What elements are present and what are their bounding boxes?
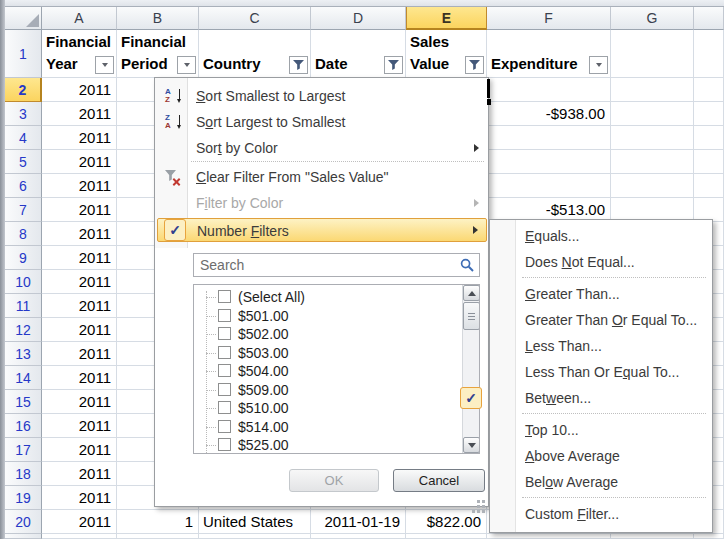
cell-B21[interactable] [117,534,199,539]
search-input[interactable] [194,254,479,276]
menu-item-sort-largest-to-smallest[interactable]: ZASort Largest to Smallest [157,111,487,133]
column-header-f[interactable]: F [487,7,611,30]
filter-value-row[interactable]: (Select All) [194,288,444,306]
header-cell-f1[interactable]: Expenditure [487,30,611,78]
cell-A13[interactable]: 2011 [42,342,117,366]
submenu-item-custom-filter[interactable]: Custom Filter... [491,501,711,527]
cell-F2[interactable] [487,78,611,102]
filter-dropdown-button[interactable] [177,56,196,74]
filter-value-row[interactable]: $514.00 [194,418,444,436]
cell-G21[interactable] [611,534,694,539]
column-header-g[interactable]: G [611,7,694,30]
cell-h2[interactable] [694,78,724,102]
scroll-up-button[interactable] [463,285,480,301]
filter-value-checkbox[interactable] [218,401,231,414]
header-cell-g1[interactable] [611,30,694,78]
cell-A18[interactable]: 2011 [42,462,117,486]
header-cell-a1[interactable]: FinancialYear [42,30,117,78]
filter-dropdown-button[interactable] [589,56,608,74]
row-header-5[interactable]: 5 [5,150,42,174]
filter-value-row[interactable]: $510.00 [194,399,444,417]
cell-A20[interactable]: 2011 [42,510,117,534]
cell-A11[interactable]: 2011 [42,294,117,318]
filter-applied-button[interactable] [465,56,484,74]
listbox-scrollbar[interactable] [462,285,479,453]
submenu-item-less-than[interactable]: Less Than... [491,333,711,359]
cell-A15[interactable]: 2011 [42,390,117,414]
cell-h5[interactable] [694,150,724,174]
filter-applied-button[interactable] [289,56,308,74]
header-cell-b1[interactable]: FinancialPeriod [117,30,199,78]
filter-dropdown-button[interactable] [95,56,114,74]
scrollbar-thumb[interactable] [463,302,480,330]
cell-A6[interactable]: 2011 [42,174,117,198]
fill-handle[interactable] [487,99,491,105]
select-all-corner[interactable] [5,7,42,30]
filter-value-row[interactable]: $525.00 [194,436,444,454]
filter-value-checkbox[interactable] [218,346,231,359]
row-header-16[interactable]: 16 [5,414,42,438]
filter-value-row[interactable]: $504.00 [194,362,444,380]
filter-value-row[interactable]: $503.00 [194,344,444,362]
header-cell-partial[interactable] [694,30,724,78]
submenu-item-equals[interactable]: Equals... [491,223,711,249]
filter-value-checkbox[interactable] [218,290,231,303]
row-header-15[interactable]: 15 [5,390,42,414]
filter-value-row[interactable]: $502.00 [194,325,444,343]
filter-value-row[interactable]: $509.00 [194,381,444,399]
column-header-d[interactable]: D [311,7,406,30]
filter-value-checkbox[interactable] [218,438,231,451]
cell-A12[interactable]: 2011 [42,318,117,342]
row-header-11[interactable]: 11 [5,294,42,318]
cell-G4[interactable] [611,126,694,150]
cell-A5[interactable]: 2011 [42,150,117,174]
row-header-10[interactable]: 10 [5,270,42,294]
row-header-12[interactable]: 12 [5,318,42,342]
filter-value-checkbox[interactable] [218,309,231,322]
cell-A19[interactable]: 2011 [42,486,117,510]
header-cell-c1[interactable]: Country [199,30,311,78]
column-header-c[interactable]: C [199,7,311,30]
row-header-4[interactable]: 4 [5,126,42,150]
submenu-item-above-average[interactable]: Above Average [491,443,711,469]
row-header-14[interactable]: 14 [5,366,42,390]
menu-item-clear-filter[interactable]: Clear Filter From "Sales Value" [157,166,487,188]
row-header-7[interactable]: 7 [5,198,42,222]
column-header-partial[interactable] [694,7,724,30]
menu-item-number-filters[interactable]: ✓Number Filters [157,218,487,242]
row-header-6[interactable]: 6 [5,174,42,198]
filter-value-checkbox[interactable] [218,327,231,340]
cell-C20[interactable]: United States [199,510,311,534]
column-header-e[interactable]: E [406,7,487,30]
row-header-13[interactable]: 13 [5,342,42,366]
submenu-item-greater-than-or-equal-to[interactable]: Greater Than Or Equal To... [491,307,711,333]
submenu-item-greater-than[interactable]: Greater Than... [491,281,711,307]
row-header-19[interactable]: 19 [5,486,42,510]
cell-G5[interactable] [611,150,694,174]
filter-applied-button[interactable] [384,56,403,74]
scroll-down-button[interactable] [463,437,480,453]
row-header-1[interactable]: 1 [5,30,42,78]
cell-A7[interactable]: 2011 [42,198,117,222]
row-header-2[interactable]: 2 [5,78,42,102]
cell-h21[interactable] [694,534,724,539]
row-header-20[interactable]: 20 [5,510,42,534]
cell-h3[interactable] [694,102,724,126]
cell-A9[interactable]: 2011 [42,246,117,270]
cancel-button[interactable]: Cancel [393,469,485,492]
cell-A8[interactable]: 2011 [42,222,117,246]
menu-item-sort-smallest-to-largest[interactable]: AZSort Smallest to Largest [157,85,487,107]
cell-A17[interactable]: 2011 [42,438,117,462]
cell-A10[interactable]: 2011 [42,270,117,294]
submenu-item-does-not-equal[interactable]: Does Not Equal... [491,249,711,275]
cell-D21[interactable] [311,534,406,539]
header-cell-e1[interactable]: SalesValue [406,30,487,78]
cell-F6[interactable] [487,174,611,198]
filter-value-row[interactable]: $501.00 [194,307,444,325]
row-header-17[interactable]: 17 [5,438,42,462]
row-header-partial[interactable] [5,534,42,539]
cell-F4[interactable] [487,126,611,150]
submenu-item-less-than-or-equal-to[interactable]: Less Than Or Equal To... [491,359,711,385]
submenu-item-top-10[interactable]: Top 10... [491,417,711,443]
column-header-a[interactable]: A [42,7,117,30]
